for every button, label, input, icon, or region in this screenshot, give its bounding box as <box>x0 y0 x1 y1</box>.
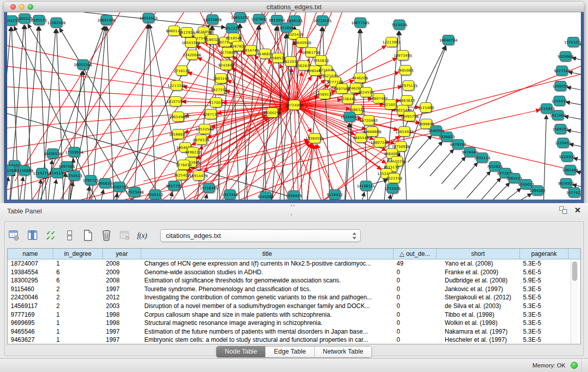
table-selector[interactable]: citations_edges.txt <box>160 229 361 242</box>
table-row[interactable]: 1872400712008Changes of HCN gene express… <box>8 259 580 268</box>
graph-node[interactable]: 2336441 <box>340 94 356 104</box>
close-panel-icon[interactable]: ✕ <box>574 206 581 214</box>
tab-network-table[interactable]: Network Table <box>315 346 372 357</box>
graph-node[interactable]: 19654985 <box>169 112 187 122</box>
network-canvas[interactable]: 1872400788601238912954822605898275488186… <box>7 12 581 200</box>
graph-node[interactable]: 3175685 <box>220 48 235 57</box>
memory-ok-indicator[interactable] <box>571 362 578 369</box>
table-row[interactable]: 1830029562008Estimation of significance … <box>8 276 580 285</box>
select-all-icon[interactable]: ✓✓✓✓ <box>45 229 58 242</box>
graph-node[interactable]: 7857224 <box>224 24 240 33</box>
tab-node-table[interactable]: Node Table <box>216 346 266 357</box>
tab-edge-table[interactable]: Edge Table <box>266 346 314 357</box>
graph-node[interactable]: 1358445 <box>286 191 301 200</box>
graph-node[interactable]: 16033809 <box>203 15 222 25</box>
graph-node[interactable]: 1220453 <box>555 138 571 148</box>
graph-node[interactable]: 2405572 <box>31 15 47 25</box>
function-builder-icon[interactable]: f(x) <box>137 229 150 242</box>
graph-node[interactable]: 12142757 <box>33 168 51 178</box>
graph-node[interactable]: 1569293 <box>552 124 568 134</box>
graph-node[interactable]: 9329966 <box>557 52 574 61</box>
graph-node[interactable]: 15751074 <box>564 37 581 47</box>
graph-node[interactable]: 19054563 <box>139 13 158 23</box>
column-header[interactable]: △ out_de... <box>394 249 437 259</box>
graph-node[interactable]: 16648784 <box>439 35 458 45</box>
graph-node[interactable]: 417003 <box>209 98 223 107</box>
graph-node[interactable]: 1677421 <box>566 188 581 198</box>
table-row[interactable]: 946554611997Estimation of the future num… <box>8 327 580 336</box>
graph-node[interactable]: 1923448 <box>222 190 237 200</box>
graph-node[interactable]: 8454749 <box>243 46 258 55</box>
graph-node[interactable]: 1244415 <box>551 96 567 106</box>
graph-node[interactable]: 10653257 <box>231 13 249 23</box>
table-scrollbar[interactable] <box>571 260 578 343</box>
table-row[interactable]: 2242004622012Investigating the contribut… <box>8 293 580 302</box>
table-row[interactable]: 1938455462009Genome-wide association stu… <box>8 268 580 277</box>
graph-node[interactable]: 1733426 <box>384 184 401 193</box>
graph-node[interactable]: 8267130 <box>203 110 219 119</box>
graph-node[interactable]: 8878334 <box>193 135 209 145</box>
graph-node[interactable]: 9857791 <box>166 181 182 191</box>
column-header[interactable]: short <box>437 249 520 259</box>
graph-node[interactable]: 6497568 <box>334 84 350 94</box>
graph-node[interactable]: 13654923 <box>395 127 413 137</box>
graph-node[interactable]: 9463627 <box>399 96 415 105</box>
graph-node[interactable]: 9224502 <box>559 152 575 162</box>
table-row[interactable]: 1456911722003Disruption of a novel membe… <box>8 302 580 311</box>
graph-node[interactable]: 14196141 <box>357 181 375 191</box>
column-header[interactable]: in_degree <box>53 249 103 259</box>
delete-column-icon[interactable] <box>100 229 113 242</box>
table-header-row[interactable]: namein_degreeyeartitle△ out_de...shortpa… <box>8 249 580 259</box>
graph-node[interactable]: 1094562 <box>529 186 545 195</box>
graph-node[interactable]: 7515526 <box>391 20 407 30</box>
graph-node[interactable]: 16671585 <box>351 18 369 28</box>
float-panel-icon[interactable] <box>559 206 567 214</box>
show-columns-icon[interactable] <box>26 229 39 242</box>
new-column-icon[interactable] <box>81 229 95 242</box>
graph-node[interactable]: 7955812 <box>313 56 329 65</box>
column-header[interactable]: name <box>8 249 53 259</box>
graph-node[interactable]: 1065488 <box>562 165 578 175</box>
column-header[interactable]: title <box>141 249 394 259</box>
clear-selection-icon[interactable] <box>63 229 76 242</box>
graph-node[interactable]: 9227343 <box>554 66 570 76</box>
graph-node[interactable]: 6479197 <box>450 140 466 149</box>
table-row[interactable]: 946362711997Embryonic stem cells: a mode… <box>8 336 580 344</box>
table-row[interactable]: 969969511998Structural magnetic resonanc… <box>8 319 580 327</box>
graph-node[interactable]: 1527602 <box>251 14 267 24</box>
graph-node[interactable]: 8938923 <box>439 132 454 142</box>
graph-node[interactable]: 11562569 <box>47 18 66 28</box>
delete-table-icon[interactable]: x <box>118 229 132 242</box>
network-window-titlebar[interactable]: citations_edges.txt <box>4 2 584 12</box>
graph-node[interactable]: 9115460 <box>418 103 433 113</box>
graph-node[interactable]: 10719185 <box>313 16 332 26</box>
network-graph[interactable]: 1872400788601238912954822605898275488186… <box>7 12 581 200</box>
graph-node[interactable]: 7625402 <box>173 170 189 180</box>
column-header[interactable]: pagerank <box>520 249 569 259</box>
graph-node[interactable]: 8427552 <box>211 85 227 95</box>
graph-node[interactable]: 2935114 <box>474 153 490 163</box>
table-settings-icon[interactable] <box>8 229 21 242</box>
graph-node[interactable]: 9097588 <box>58 162 74 171</box>
graph-node[interactable]: 9245068 <box>257 192 273 200</box>
graph-node[interactable]: 7485063 <box>397 65 413 75</box>
graph-node[interactable]: 1209358 <box>552 81 568 91</box>
graph-node[interactable]: 3498222 <box>185 147 201 157</box>
split-pane-handle[interactable] <box>291 205 298 208</box>
graph-node[interactable]: 1621064 <box>550 111 566 120</box>
table-row[interactable]: 911546021997Tourette syndrome. Phenomeno… <box>8 285 580 294</box>
graph-node[interactable]: 1250513 <box>66 171 82 181</box>
graph-node[interactable]: 2045112 <box>147 190 163 200</box>
graph-node[interactable]: 9924502 <box>558 179 574 188</box>
graph-node[interactable]: 1905523 <box>16 14 32 24</box>
graph-node[interactable]: 7446208 <box>352 73 367 83</box>
graph-node[interactable]: 20206536 <box>43 149 62 159</box>
graph-node[interactable]: 9134412 <box>326 190 342 200</box>
graph-node[interactable]: 1065411 <box>506 173 522 183</box>
table-scrollbar-thumb[interactable] <box>572 261 577 281</box>
graph-node[interactable]: 2718126 <box>173 66 190 76</box>
column-header[interactable]: year <box>103 249 141 259</box>
graph-node[interactable]: 3624554 <box>358 87 374 97</box>
graph-node[interactable]: 9242848 <box>218 60 234 70</box>
table-row[interactable]: 977716911998Corpus callosum shape and si… <box>8 311 580 319</box>
